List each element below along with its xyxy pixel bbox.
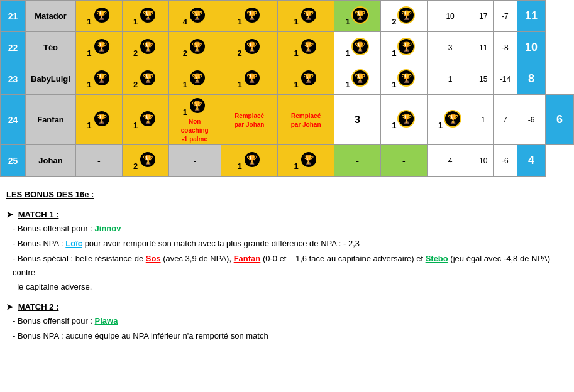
match-cell: 1 xyxy=(76,95,123,145)
table-row: 21 Matador 1 1 4 1 xyxy=(1,1,574,32)
match-cell: 4 xyxy=(168,1,221,32)
medal-icon xyxy=(444,110,461,128)
match2-title: MATCH 2 : xyxy=(18,302,59,312)
sos-link[interactable]: Sos xyxy=(146,254,161,263)
player-name: Fanfan xyxy=(26,95,76,145)
medal-icon xyxy=(139,69,157,87)
table-row: 23 BabyLuigi 1 2 1 1 1 1 xyxy=(1,63,574,95)
match-cell: 1 xyxy=(221,145,277,177)
bonus-item: - Bonus offensif pour : Plawa xyxy=(13,314,568,328)
main-table-container: 21 Matador 1 1 4 1 xyxy=(0,0,574,177)
medal-icon xyxy=(243,69,261,87)
stebo-link[interactable]: Stebo xyxy=(426,254,448,263)
match-cell: 1 xyxy=(221,63,277,95)
row-id: 25 xyxy=(1,145,26,177)
medal-icon xyxy=(397,6,415,24)
scores-table: 21 Matador 1 1 4 1 xyxy=(0,0,574,177)
medal-icon xyxy=(139,151,157,168)
match-cell: 2 xyxy=(122,145,168,177)
match-cell-dash: - xyxy=(168,145,221,177)
player-name: Matador xyxy=(26,1,76,32)
match-cell: 2 xyxy=(122,32,168,63)
stat-cell: 17 xyxy=(473,1,493,32)
match-cell: 2 xyxy=(168,32,221,63)
match-cell: 1 xyxy=(380,63,427,95)
medal-icon xyxy=(189,97,206,114)
stat-cell: 11 xyxy=(473,32,493,63)
match-cell-replaced: Remplacépar Johan xyxy=(278,95,334,145)
match-cell: 1 xyxy=(168,63,221,95)
stat-cell: -8 xyxy=(493,32,517,63)
match-cell: 3 xyxy=(334,95,381,145)
stat-cell: -6 xyxy=(517,95,546,145)
stat-cell: 7 xyxy=(493,95,517,145)
player-name: BabyLuigi xyxy=(26,63,76,95)
medal-icon xyxy=(93,110,111,128)
score-cell: 4 xyxy=(517,145,546,177)
bonus-item: - Bonus NPA : Loïc pour avoir remporté s… xyxy=(13,237,568,251)
arrow-icon: ➤ xyxy=(6,302,13,312)
medal-icon xyxy=(351,6,369,24)
match-cell: 1 xyxy=(221,1,277,32)
jinnov-link[interactable]: Jinnov xyxy=(95,224,121,233)
match-cell: 2 xyxy=(221,32,277,63)
match-cell: 1 xyxy=(278,32,334,63)
score-cell: 8 xyxy=(517,63,546,95)
medal-icon xyxy=(189,6,206,24)
loic-link[interactable]: Loïc xyxy=(65,239,82,248)
table-row: 25 Johan - 2 - 1 1 - xyxy=(1,145,574,177)
player-name: Johan xyxy=(26,145,76,177)
medal-icon xyxy=(243,38,261,55)
table-row: 24 Fanfan 1 1 1 Noncoaching-1 palme Remp… xyxy=(1,95,574,145)
medal-icon xyxy=(93,38,111,55)
medal-icon xyxy=(93,69,111,87)
stat-cell: 10 xyxy=(473,145,493,177)
stat-cell: 3 xyxy=(427,32,473,63)
match1-title: MATCH 1 : xyxy=(18,210,59,219)
match-cell: 1 xyxy=(334,63,381,95)
match-cell-dash: - xyxy=(380,145,427,177)
match-cell: 1 xyxy=(278,145,334,177)
bonus-item: - Bonus NPA : aucune équipe au NPA infér… xyxy=(13,329,568,343)
medal-icon xyxy=(300,151,317,168)
stat-cell: 15 xyxy=(473,63,493,95)
medal-icon xyxy=(300,69,317,87)
row-id: 24 xyxy=(1,95,26,145)
match-cell: 2 xyxy=(122,63,168,95)
medal-icon xyxy=(300,38,317,55)
match-cell: 1 xyxy=(334,1,381,32)
medal-icon xyxy=(351,38,369,55)
match-cell: 2 xyxy=(380,1,427,32)
score-cell: 11 xyxy=(517,1,546,32)
match-cell: 1 xyxy=(76,32,123,63)
match-cell: 1 xyxy=(122,1,168,32)
bonus-section: LES BONUS DES 16e : ➤ MATCH 1 : - Bonus … xyxy=(0,177,574,351)
fanfan-link[interactable]: Fanfan xyxy=(234,254,261,263)
medal-icon xyxy=(243,151,261,168)
player-name: Téo xyxy=(26,32,76,63)
match-cell: 1 xyxy=(380,32,427,63)
match-cell: 1 xyxy=(278,63,334,95)
score-cell: 10 xyxy=(517,32,546,63)
medal-icon xyxy=(189,38,206,55)
replaced-text: Remplacépar Johan xyxy=(291,112,321,128)
medal-icon xyxy=(397,38,415,55)
stat-cell: 1 xyxy=(473,95,493,145)
score-cell: 6 xyxy=(546,95,574,145)
stat-cell: 4 xyxy=(427,145,473,177)
match-cell: 1 xyxy=(427,95,473,145)
medal-icon xyxy=(139,110,157,128)
match-cell-replaced: Remplacépar Johan xyxy=(221,95,277,145)
medal-icon xyxy=(397,69,415,87)
bonus-item: - Bonus offensif pour : Jinnov xyxy=(13,222,568,236)
plawa-link[interactable]: Plawa xyxy=(95,316,118,325)
stat-cell: -7 xyxy=(493,1,517,32)
match-cell: 1 xyxy=(76,63,123,95)
match-cell: 1 xyxy=(334,32,381,63)
match-cell: 1 xyxy=(122,95,168,145)
row-id: 22 xyxy=(1,32,26,63)
match-cell-dash: - xyxy=(76,145,123,177)
bonus-title: LES BONUS DES 16e : xyxy=(6,188,568,202)
stat-cell: -14 xyxy=(493,63,517,95)
row-id: 21 xyxy=(1,1,26,32)
